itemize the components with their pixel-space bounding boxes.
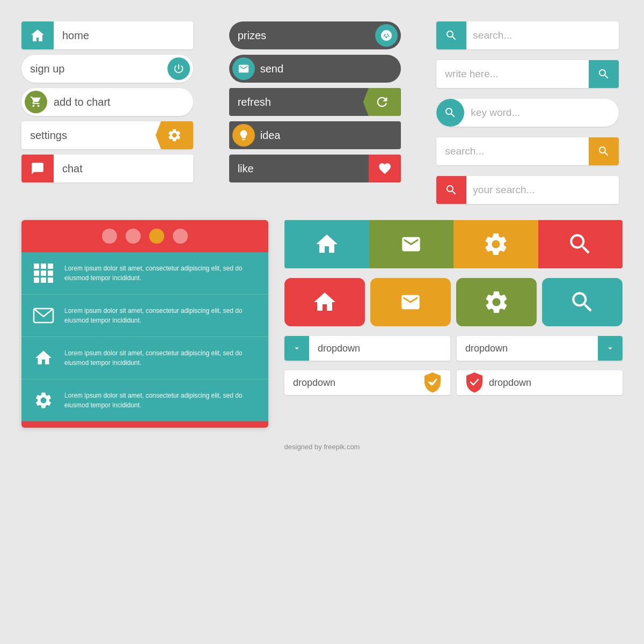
dropdown-2-label: dropdown	[457, 343, 598, 354]
refresh-button[interactable]: refresh	[229, 88, 401, 116]
dropdown-4-label: dropdown	[484, 377, 614, 389]
row-text-2: Lorem ipsum dolor sit amet, consectetur …	[64, 306, 260, 325]
svg-rect-2	[41, 264, 46, 269]
infographic-footer	[21, 421, 268, 428]
cart-icon-circle	[25, 91, 47, 113]
right-panel: dropdown dropdown dropdown	[284, 220, 623, 428]
search-orange-placeholder: search...	[436, 145, 589, 157]
like-label: like	[238, 163, 254, 175]
strip-tile-search[interactable]	[538, 220, 623, 268]
settings-label: settings	[30, 129, 67, 142]
infographic-row-1: Lorem ipsum dolor sit amet, consectetur …	[21, 252, 268, 295]
search-placeholder-1: search...	[466, 30, 619, 41]
cart-label: add to chart	[47, 96, 190, 108]
chat-button[interactable]: chat	[21, 155, 193, 182]
gear-row-icon	[30, 387, 57, 414]
chevron-down-icon-1	[292, 343, 302, 353]
chevron-down-icon-2	[605, 343, 615, 353]
dot-4	[173, 229, 188, 244]
chat-icon-box	[21, 155, 54, 182]
rounded-tile-gear[interactable]	[456, 278, 537, 326]
watermark-text: designed by freepik.com	[284, 443, 360, 451]
refresh-label: refresh	[238, 96, 271, 108]
cart-icon	[30, 96, 42, 108]
keyword-placeholder: key word...	[464, 107, 619, 119]
rounded-tile-mail[interactable]	[370, 278, 451, 326]
dropdown-1[interactable]: dropdown	[284, 336, 450, 361]
idea-button[interactable]: idea	[229, 121, 401, 149]
gear-row-icon-svg	[34, 391, 53, 410]
write-here-icon-box	[589, 60, 619, 88]
rounded-tile-home[interactable]	[284, 278, 365, 326]
write-here-bar[interactable]: write here...	[436, 60, 619, 88]
row-text-3: Lorem ipsum dolor sit amet, consectetur …	[64, 348, 260, 368]
search-bar-1[interactable]: search...	[436, 21, 619, 49]
infographic-row-2: Lorem ipsum dolor sit amet, consectetur …	[21, 295, 268, 337]
home-button[interactable]: home	[21, 21, 193, 49]
settings-button[interactable]: settings	[21, 121, 193, 149]
rounded-search-icon	[569, 289, 596, 316]
home-row-icon	[30, 345, 57, 371]
svg-rect-8	[41, 277, 46, 283]
strip-mail-icon	[398, 233, 425, 255]
infographic-row-4: Lorem ipsum dolor sit amet, consectetur …	[21, 379, 268, 421]
home-label: home	[54, 30, 193, 42]
search-icon-write	[597, 68, 610, 80]
add-to-cart-button[interactable]: add to chart	[21, 88, 193, 116]
dropdown-4[interactable]: dropdown	[457, 370, 623, 395]
svg-rect-3	[48, 264, 53, 269]
strip-tile-home[interactable]	[284, 220, 369, 268]
svg-rect-5	[41, 270, 46, 276]
icon-grid-rounded	[284, 278, 623, 326]
rounded-gear-icon	[483, 289, 510, 316]
strip-tile-gear[interactable]	[453, 220, 538, 268]
refresh-icon	[375, 94, 390, 109]
your-search-icon-box	[436, 176, 466, 204]
prize-icon	[380, 29, 393, 42]
chat-icon	[30, 162, 45, 175]
signup-button[interactable]: sign up	[21, 55, 193, 83]
rounded-tile-search[interactable]	[542, 278, 623, 326]
like-icon-box	[369, 155, 401, 182]
prizes-icon-circle	[375, 24, 398, 47]
send-button[interactable]: send	[229, 55, 401, 83]
prizes-button[interactable]: prizes	[229, 21, 401, 49]
svg-rect-4	[34, 270, 39, 276]
dropdown-2[interactable]: dropdown	[457, 336, 623, 361]
grid-icon-svg	[33, 262, 54, 284]
watermark: designed by freepik.com	[21, 443, 623, 451]
search-bar-orange[interactable]: search...	[436, 137, 619, 165]
svg-rect-9	[48, 277, 53, 283]
shield-icon-3	[423, 371, 442, 394]
dropdown-3-shield	[423, 371, 442, 394]
your-search-bar[interactable]: your search...	[436, 176, 619, 204]
row-text-4: Lorem ipsum dolor sit amet, consectetur …	[64, 391, 260, 410]
dropdown-4-shield	[465, 371, 484, 394]
your-search-placeholder: your search...	[466, 184, 619, 196]
home-icon-box	[21, 21, 54, 49]
keyword-search-bar[interactable]: key word...	[436, 99, 619, 127]
like-button[interactable]: like	[229, 155, 401, 182]
infographic-rows: Lorem ipsum dolor sit amet, consectetur …	[21, 252, 268, 421]
rounded-mail-icon	[397, 291, 424, 313]
search-icon-orange	[597, 145, 610, 158]
refresh-arrow-tag	[363, 88, 401, 116]
search-icon-1	[445, 29, 458, 42]
grid-icon	[30, 260, 57, 287]
chat-label: chat	[54, 163, 193, 175]
home-icon	[30, 28, 45, 42]
dot-1	[102, 229, 117, 244]
svg-rect-6	[48, 270, 53, 276]
dropdown-row-2: dropdown	[284, 370, 623, 395]
bulb-icon	[238, 129, 250, 141]
dropdown-3[interactable]: dropdown	[284, 370, 450, 395]
strip-tile-mail[interactable]	[369, 220, 454, 268]
dropdown-2-arrow	[598, 336, 623, 361]
strip-search-icon	[567, 231, 594, 258]
heart-icon	[378, 162, 392, 175]
infographic-card: Lorem ipsum dolor sit amet, consectetur …	[21, 220, 268, 428]
dropdown-1-arrow	[284, 336, 309, 361]
search-orange-icon-box	[589, 137, 619, 165]
strip-gear-icon	[482, 231, 509, 258]
dropdown-3-label: dropdown	[293, 377, 423, 389]
